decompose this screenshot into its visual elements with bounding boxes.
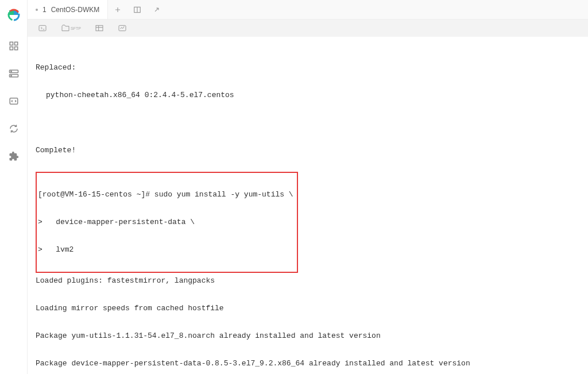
blank-line xyxy=(36,116,580,130)
line: > lvm2 xyxy=(38,243,293,257)
line: Replaced: xyxy=(36,61,580,75)
dashboard-icon[interactable] xyxy=(7,39,21,53)
svg-rect-14 xyxy=(96,25,103,30)
tab-label: CentOS-DWKM xyxy=(51,6,100,14)
svg-rect-3 xyxy=(10,42,13,45)
svg-point-10 xyxy=(10,75,11,76)
monitor-tool-icon[interactable] xyxy=(118,24,127,33)
table-tool-icon[interactable] xyxy=(95,24,104,33)
layout-split-icon[interactable] xyxy=(127,0,147,19)
tab-index: 1 xyxy=(42,6,47,14)
terminal-output[interactable]: Replaced: python-cheetah.x86_64 0:2.4.4-… xyxy=(28,37,588,374)
line: [root@VM-16-15-centos ~]# sudo yum insta… xyxy=(38,188,293,202)
server-icon[interactable] xyxy=(7,67,21,80)
line: Loaded plugins: fastestmirror, langpacks xyxy=(36,274,580,288)
line: Package device-mapper-persistent-data-0.… xyxy=(36,357,580,371)
line: Complete! xyxy=(36,144,580,157)
line: Package yum-utils-1.1.31-54.el7_8.noarch… xyxy=(36,329,580,343)
expand-icon[interactable] xyxy=(147,0,167,19)
tab-status-dot xyxy=(36,9,38,11)
highlighted-command-box: [root@VM-16-15-centos ~]# sudo yum insta… xyxy=(36,172,298,273)
code-icon[interactable] xyxy=(7,94,21,108)
extension-icon[interactable] xyxy=(7,149,21,163)
svg-rect-6 xyxy=(14,47,17,50)
toolbar: SFTP xyxy=(28,20,588,37)
tab-centos[interactable]: 1 CentOS-DWKM xyxy=(28,0,108,19)
command-tool-icon[interactable] xyxy=(38,24,47,33)
svg-rect-4 xyxy=(14,42,17,45)
line: Loading mirror speeds from cached hostfi… xyxy=(36,302,580,315)
sidebar xyxy=(0,0,28,374)
line: python-cheetah.x86_64 0:2.4.4-5.el7.cent… xyxy=(36,88,580,102)
tab-bar: 1 CentOS-DWKM xyxy=(28,0,588,20)
svg-point-9 xyxy=(10,71,11,72)
new-tab-button[interactable] xyxy=(108,0,127,19)
app-logo xyxy=(7,8,21,22)
sync-icon[interactable] xyxy=(7,122,21,136)
line: > device-mapper-persistent-data \ xyxy=(38,215,293,229)
sftp-tool-icon[interactable]: SFTP xyxy=(61,24,81,33)
svg-rect-5 xyxy=(10,47,13,50)
